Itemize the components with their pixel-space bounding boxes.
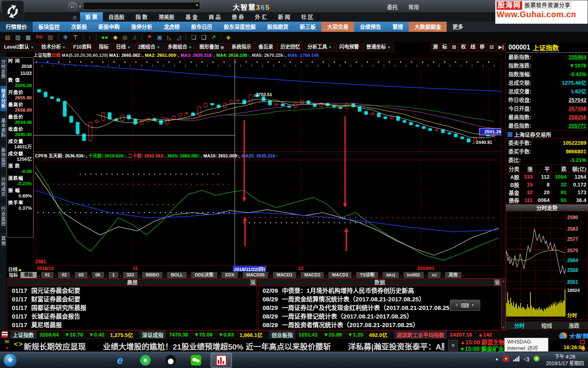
volume-icon[interactable]: ◁)	[523, 356, 529, 362]
menu-tab[interactable]: 外 汇	[249, 12, 273, 22]
submenu-item[interactable]: 新股申购	[93, 22, 125, 32]
image-icon[interactable]: ▣	[157, 33, 162, 42]
indicator-tab[interactable]: MACD2	[301, 272, 324, 278]
ticker-list-button[interactable]: ≡	[448, 340, 458, 351]
indicator-tab[interactable]: cc	[428, 272, 440, 278]
table-row[interactable]: 基金322091173	[506, 188, 588, 196]
taskbar-wechat-icon[interactable]	[185, 353, 207, 368]
news-item[interactable]: 01/17莫尼塔晨报	[8, 321, 257, 329]
chart-tool-button[interactable]: ▶|	[497, 43, 506, 52]
submenu-item[interactable]: 龙虎榜	[158, 22, 185, 32]
menu-tab[interactable]: 自选股	[103, 12, 130, 22]
submenu-item[interactable]: 业绩预告	[354, 22, 387, 32]
mini-tab[interactable]: 分时	[506, 322, 533, 330]
left-tab-item[interactable]: 行业监控	[0, 204, 7, 229]
indicator-tab[interactable]: 03	[75, 272, 87, 278]
tray-app-icon[interactable]: ✦	[503, 356, 509, 362]
chart-tool-button[interactable]: 标	[440, 43, 449, 52]
taskbar-browser-icon[interactable]: e	[135, 353, 156, 368]
control-button[interactable]: 历史回忆	[277, 43, 303, 52]
intraday-section-title[interactable]: 分时走势	[506, 204, 588, 211]
submenu-item[interactable]: 板块监控	[33, 22, 65, 32]
control-button[interactable]: 指标	[96, 43, 112, 52]
flag-icon[interactable]: ⚑	[147, 33, 152, 42]
indicator-tab[interactable]: 02	[58, 272, 70, 278]
news-item[interactable]: 01/17国都证券研究所晨报	[8, 303, 257, 312]
network-icon[interactable]	[513, 356, 519, 361]
menu-tab[interactable]: 社 区	[296, 12, 319, 22]
submenu-item[interactable]: 大数据掘金	[409, 22, 447, 32]
submenu-item[interactable]: 更多	[447, 22, 469, 32]
angle-right-icon[interactable]: ◿	[176, 33, 181, 42]
submenu-item[interactable]: 慧搜	[387, 22, 409, 32]
angle-left-icon[interactable]: ◺	[167, 33, 172, 42]
menu-tab[interactable]: 指 数	[130, 12, 154, 22]
submenu-item[interactable]: 新三板	[294, 22, 321, 32]
traffic-light-icon[interactable]: ●●	[101, 33, 108, 42]
table-row[interactable]: A股33311210541264	[506, 173, 588, 181]
date-tick[interactable]: 12	[298, 266, 303, 271]
table-row[interactable]: B股158320.172	[506, 181, 588, 188]
window-icon[interactable]: ❏	[191, 33, 196, 42]
left-tab-item[interactable]: 分时走势	[0, 56, 7, 82]
menu-tab[interactable]: 港美股	[153, 12, 180, 22]
control-button[interactable]: 普通坐标▼	[363, 43, 394, 52]
chevron-down-icon[interactable]: ▼	[471, 303, 474, 307]
keyboard-icon[interactable]: ⌨	[461, 302, 469, 309]
indicator-tab[interactable]: MACD05	[243, 272, 268, 278]
index-name[interactable]: 创业板指	[269, 331, 295, 339]
taskbar-qq-icon[interactable]	[160, 353, 181, 368]
folder-icon[interactable]: ▤	[5, 33, 10, 42]
back-dropdown-icon[interactable]: ▼	[78, 5, 82, 9]
start-button[interactable]: ❖	[3, 353, 17, 367]
keyboard-widget[interactable]: ⠿ ⌨ ▼	[450, 300, 480, 311]
stock-search-combo[interactable]: ▼	[83, 2, 200, 10]
control-button[interactable]: 图形叠加▣	[196, 43, 227, 52]
menu-tab[interactable]: 股 票	[80, 12, 103, 22]
home-icon[interactable]: ⌂	[69, 12, 80, 22]
indicator-tab[interactable]: 其他	[445, 272, 461, 278]
news-item[interactable]: 01/17长城证券晨会报告	[8, 312, 257, 321]
control-button[interactable]: 多图组合▼	[164, 43, 195, 52]
indicator-tab[interactable]: MACD1	[273, 272, 296, 278]
left-tab-active[interactable]: 技术分析	[0, 86, 7, 111]
left-tab-item[interactable]: 其他	[0, 233, 7, 249]
alert-diamond-icon[interactable]: ◆	[113, 33, 118, 42]
indicator-tab[interactable]: BBBO	[142, 272, 163, 278]
control-button[interactable]: 备忘录	[255, 43, 276, 52]
control-button[interactable]: F10资料	[70, 43, 95, 52]
control-button[interactable]: Level2默认▼	[1, 43, 37, 52]
main-chart[interactable]: *↕*↕*↕*↕*↕*↕*↕*↕*↕*↕*↕*↕*↕*↕*↕*↕*↕*↕*↕*↕…	[33, 59, 501, 266]
indicator-tab[interactable]: EDX	[221, 272, 238, 278]
left-tab-item[interactable]: 分时成交	[0, 174, 7, 200]
submenu-item[interactable]: 股市日历	[185, 22, 218, 32]
chart-tool-button[interactable]: 移	[478, 43, 487, 52]
news-item[interactable]: 08/29一周投资者情况统计表（2017.08.21-2017.08.25）	[258, 321, 501, 329]
taskbar-dzh-icon[interactable]	[211, 353, 232, 368]
control-button[interactable]: 分析工具▼	[304, 43, 335, 52]
control-button[interactable]: 闪电预警	[336, 43, 362, 52]
mini-tab[interactable]: 短线	[533, 322, 561, 330]
binocular-icon[interactable]: ◎	[122, 33, 127, 42]
ticker-headlines[interactable]: 新规长期效应显现业绩大增股的尴尬！21股业绩预增超50% 近一年高点以来股价腰斩…	[24, 341, 444, 352]
settings-button[interactable]: 设	[250, 279, 256, 285]
titlebar-link[interactable]: 委托	[387, 3, 398, 11]
chart-tool-button[interactable]: 线	[468, 43, 477, 52]
index-name[interactable]: 深证成指	[140, 331, 166, 339]
tray-expand-icon[interactable]: ▲	[495, 357, 499, 361]
intraday-mini-chart[interactable]: 259025832577257025642558255118924分时	[506, 211, 588, 320]
combo-dropdown-icon[interactable]: ▼	[195, 3, 199, 7]
move-icon[interactable]: ✥	[63, 33, 68, 42]
chart-tool-button[interactable]: ⊞	[450, 43, 459, 52]
ticker-prev-icon[interactable]: <	[14, 341, 18, 348]
left-tab-item[interactable]: 板块监控	[0, 145, 7, 170]
control-button[interactable]: 日线▼	[113, 43, 134, 52]
bell-icon[interactable]: ♫	[132, 33, 137, 42]
indicator-tab[interactable]: BOLL	[167, 272, 187, 278]
comment-icon[interactable]: ❑	[201, 33, 206, 42]
date-axis[interactable]: 日线▲ 2018/10112018/11/22[四]122019/01	[7, 266, 506, 272]
control-button[interactable]: 2图组合▼	[135, 43, 164, 52]
indicator-tab[interactable]: 333	[123, 272, 138, 278]
chart-up-icon[interactable]: ↗	[211, 33, 216, 42]
taskbar-clock[interactable]: 下午 4:262019/1/17 星期四	[546, 354, 584, 367]
